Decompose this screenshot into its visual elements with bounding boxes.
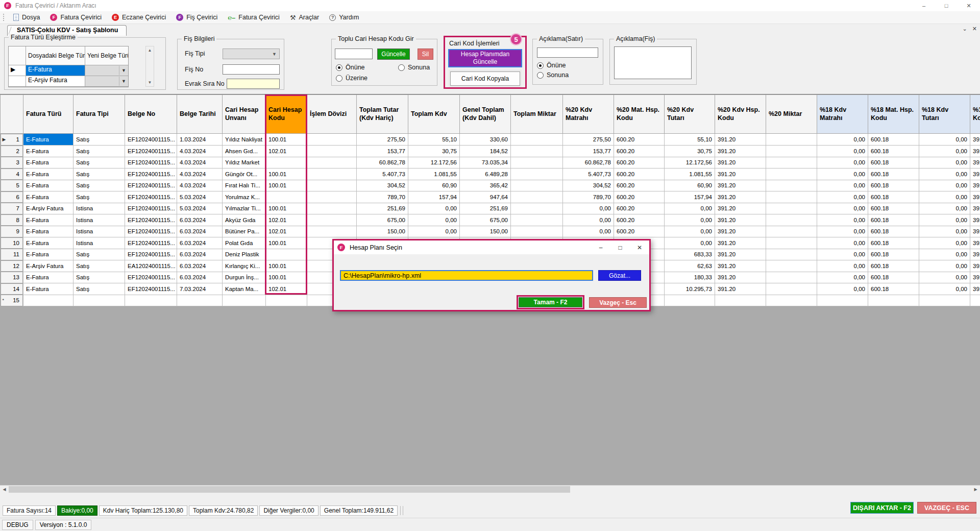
menu-efatura-cevirici[interactable]: ℮– Fatura Çevirici	[223, 11, 285, 24]
grid-cell[interactable]: Yıldız Market	[223, 157, 266, 168]
grid-cell[interactable]	[307, 134, 357, 146]
grid-cell[interactable]: 0,00	[919, 168, 970, 180]
grid-cell[interactable]: 391.18	[970, 272, 980, 283]
grid-cell[interactable]: 391.18	[970, 226, 980, 237]
grid-cell[interactable]: 600.18	[868, 157, 919, 168]
grid-cell[interactable]: 391.20	[715, 272, 766, 283]
vazgec-esc-button[interactable]: Vazgeç - Esc	[589, 297, 647, 308]
grid-cell[interactable]: Istisna	[74, 226, 125, 237]
grid-cell[interactable]: Deniz Plastik	[223, 249, 266, 260]
grid-cell[interactable]: 600.18	[868, 249, 919, 260]
grid-cell[interactable]: Satış	[74, 134, 125, 146]
hesap-plani-path-input[interactable]: C:\HesapPlan\mikro-hp.xml	[340, 270, 593, 281]
grid-cell[interactable]: 0,00	[919, 203, 970, 214]
grid-cell[interactable]: 6.03.2024	[177, 237, 223, 249]
grid-cell[interactable]: 304,52	[563, 180, 614, 191]
column-header[interactable]: Toplam Kdv	[408, 95, 460, 134]
grid-cell[interactable]	[23, 295, 74, 306]
row-header[interactable]: 3	[1, 157, 23, 168]
grid-cell[interactable]	[307, 146, 357, 157]
grid-cell[interactable]: EF12024001115...	[125, 272, 177, 283]
hesap-planimdan-guncelle-button[interactable]: Hesap Planımdan Güncelle	[448, 49, 522, 67]
grid-cell[interactable]: 4.03.2024	[177, 146, 223, 157]
grid-cell[interactable]: 600.20	[614, 157, 665, 168]
grid-cell[interactable]	[511, 134, 563, 146]
row-header[interactable]: 2	[1, 146, 23, 157]
grid-cell[interactable]: 683,33	[665, 249, 715, 260]
grid-cell[interactable]: E-Arşiv Fatura	[23, 260, 74, 272]
scroll-up-icon[interactable]: ▲	[148, 46, 152, 54]
grid-cell[interactable]: E-Fatura	[23, 214, 74, 226]
grid-cell[interactable]: EF12024001115...	[125, 249, 177, 260]
grid-cell[interactable]	[511, 168, 563, 180]
grid-cell[interactable]: 391.20	[715, 168, 766, 180]
grid-cell[interactable]: E-Fatura	[23, 146, 74, 157]
grid-cell[interactable]: 100.01	[266, 180, 307, 191]
grid-cell[interactable]: 391.20	[715, 283, 766, 295]
grid-cell[interactable]: Yılmazlar Ti...	[223, 203, 266, 214]
grid-cell[interactable]: 0,00	[817, 168, 868, 180]
grid-cell[interactable]	[511, 203, 563, 214]
grid-cell[interactable]: 60.862,78	[563, 157, 614, 168]
grid-cell[interactable]: EA12024001115...	[125, 260, 177, 272]
grid-cell[interactable]: 391.20	[715, 214, 766, 226]
sil-button[interactable]: Sil	[418, 49, 433, 60]
grid-cell[interactable]: 0,00	[817, 226, 868, 237]
grid-cell[interactable]: Istisna	[74, 203, 125, 214]
aciklama-fis-textarea[interactable]	[614, 46, 692, 79]
grid-cell[interactable]: 391.18	[970, 249, 980, 260]
grid-cell[interactable]: E-Fatura	[23, 272, 74, 283]
column-header[interactable]: İşlem Dövizi	[307, 95, 357, 134]
grid-cell[interactable]: EF12024001115...	[125, 203, 177, 214]
grid-cell[interactable]: E-Fatura	[23, 226, 74, 237]
grid-cell[interactable]: 0,00	[817, 180, 868, 191]
grid-cell[interactable]: 150,00	[357, 226, 408, 237]
grid-cell[interactable]	[766, 272, 817, 283]
grid-cell[interactable]: 157,94	[665, 191, 715, 203]
grid-cell[interactable]: 184,52	[460, 146, 511, 157]
grid-cell[interactable]: Fırat Halı Ti...	[223, 180, 266, 191]
row-header[interactable]: 11	[1, 249, 23, 260]
grid-cell[interactable]	[766, 180, 817, 191]
grid-cell[interactable]: Satış	[74, 168, 125, 180]
grid-cell[interactable]: 947,64	[460, 191, 511, 203]
grid-cell[interactable]: 600.18	[868, 180, 919, 191]
grid-cell[interactable]: 0,00	[817, 157, 868, 168]
grid-cell[interactable]: 60.862,78	[357, 157, 408, 168]
gozat-button[interactable]: Gözat...	[598, 270, 641, 281]
grid-cell[interactable]: 6.03.2024	[177, 272, 223, 283]
dialog-close-button[interactable]: ✕	[630, 240, 649, 254]
radio-aciklama-onune[interactable]: Önüne	[537, 62, 566, 69]
menu-fis-cevirici[interactable]: F Fiş Çevirici	[171, 11, 223, 24]
column-header[interactable]: %20 Kdv Hsp. Kodu	[715, 95, 766, 134]
grid-cell[interactable]: 391.20	[715, 237, 766, 249]
selected-grid-cell[interactable]: E-Fatura	[23, 134, 74, 146]
grid-cell[interactable]: 0,00	[665, 214, 715, 226]
grid-cell[interactable]: 600.20	[614, 214, 665, 226]
grid-cell[interactable]: 391.18	[970, 134, 980, 146]
dialog-minimize-button[interactable]: –	[591, 240, 610, 254]
toplu-cari-kodu-input[interactable]	[335, 49, 373, 59]
grid-cell[interactable]	[511, 146, 563, 157]
grid-cell[interactable]: 391.18	[970, 237, 980, 249]
grid-cell[interactable]: 0,00	[919, 134, 970, 146]
grid-cell[interactable]: 102.01	[266, 283, 307, 295]
grid-cell[interactable]: 391.18	[970, 180, 980, 191]
grid-cell[interactable]: 0,00	[919, 272, 970, 283]
grid-cell[interactable]: Yıldız Nakliyat	[223, 134, 266, 146]
grid-cell[interactable]: 102.01	[266, 226, 307, 237]
grid-cell[interactable]: 0,00	[817, 203, 868, 214]
grid-cell[interactable]: 789,70	[357, 191, 408, 203]
grid-cell[interactable]: E-Fatura	[23, 180, 74, 191]
grid-cell[interactable]	[511, 157, 563, 168]
grid-cell[interactable]: 0,00	[817, 146, 868, 157]
radio-onune[interactable]: Önüne	[336, 64, 365, 71]
grid-cell[interactable]: 0,00	[919, 249, 970, 260]
grid-cell[interactable]: 0,00	[817, 272, 868, 283]
tamam-button[interactable]: Tamam - F2	[519, 297, 582, 307]
radio-uzerine[interactable]: Üzerine	[336, 75, 368, 82]
grid-cell[interactable]: E-Fatura	[23, 283, 74, 295]
grid-cell[interactable]: 600.18	[868, 272, 919, 283]
grid-cell[interactable]: Durgun İnş...	[223, 272, 266, 283]
grid-cell[interactable]: 0,00	[408, 203, 460, 214]
